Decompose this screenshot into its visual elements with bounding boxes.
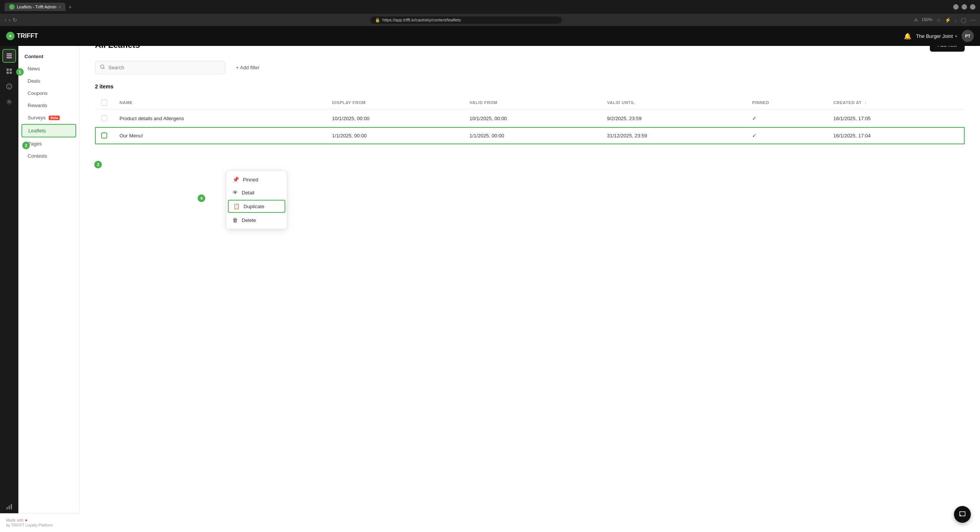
translate-icon[interactable]: A [915, 17, 918, 23]
col-valid-until: VALID UNTIL [601, 96, 746, 110]
svg-rect-7 [10, 72, 12, 74]
heart-icon: ♥ [25, 518, 28, 522]
user-name: The Burger Joint [916, 33, 953, 39]
svg-rect-1 [7, 54, 12, 54]
browser-chrome: Leaflets - Trifft Admin × + [0, 0, 980, 14]
sidebar-item-pages[interactable]: Pages [21, 138, 76, 150]
logo-text: TRIFFT [17, 33, 38, 39]
close-btn[interactable] [970, 4, 975, 10]
svg-rect-4 [7, 69, 9, 71]
row-display-from-0: 10/1/2025, 00:00 [326, 110, 463, 127]
sidebar-item-leaflets[interactable]: Leaflets [21, 124, 76, 137]
row-valid-from-0: 10/1/2025, 00:00 [463, 110, 601, 127]
sidebar-nav: Content NewsDealsCouponsRewardsSurveysBe… [18, 46, 80, 532]
menu-delete-icon: 🗑 [232, 217, 238, 223]
app-topbar: TRIFFT 🔔 The Burger Joint ▾ PT [0, 26, 980, 46]
menu-pinned-label: Pinned [243, 177, 258, 183]
downloads-icon[interactable]: ↓ [955, 17, 957, 23]
back-btn[interactable]: ‹ [5, 17, 7, 23]
header-checkbox-cell [95, 96, 113, 110]
svg-point-11 [8, 101, 10, 103]
sidebar-item-coupons[interactable]: Coupons [21, 87, 76, 99]
chat-button[interactable] [954, 506, 971, 523]
search-filter-row: + Add filter [95, 61, 965, 74]
context-menu-item-delete[interactable]: 🗑Delete [226, 214, 287, 227]
notification-bell[interactable]: 🔔 [904, 33, 911, 40]
select-all-checkbox[interactable] [101, 100, 107, 106]
svg-rect-6 [7, 72, 9, 74]
content-icon[interactable] [2, 49, 16, 63]
svg-point-15 [101, 65, 104, 69]
bookmark-icon[interactable]: ☆ [936, 17, 941, 23]
settings-gear-icon[interactable] [2, 95, 16, 109]
sidebar-item-surveys[interactable]: SurveysBeta [21, 112, 76, 124]
sidebar-item-contests[interactable]: Contests [21, 150, 76, 162]
row-created-at-1: 16/1/2025, 17:04 [827, 127, 965, 144]
maximize-btn[interactable] [962, 4, 967, 10]
annotation-3: 3 [94, 161, 102, 168]
chart-icon[interactable] [2, 500, 16, 514]
sidebar-footer: Made with ♥ by TRIFFT Loyalty Platform [18, 513, 80, 532]
context-menu-item-duplicate[interactable]: 📋Duplicate [228, 200, 285, 213]
header-row: NAME DISPLAY FROM VALID FROM VALID UNTIL… [95, 96, 965, 110]
col-display-from: DISPLAY FROM [326, 96, 463, 110]
user-avatar[interactable]: PT [962, 30, 974, 42]
row-created-at-0: 16/1/2025, 17:05 [827, 110, 965, 127]
active-tab[interactable]: Leaflets - Trifft Admin × [5, 3, 65, 11]
url-bar[interactable]: 🔒 https://app.trifft.io/caotokiy/content… [370, 16, 562, 24]
sidebar-item-rewards[interactable]: Rewards [21, 100, 76, 111]
row-valid-until-0: 9/2/2025, 23:59 [601, 110, 746, 127]
tab-title: Leaflets - Trifft Admin [17, 5, 56, 9]
table-row[interactable]: Our Menu! 1/1/2025, 00:00 1/1/2025, 00:0… [95, 127, 965, 144]
profile-icon[interactable]: ◯ [961, 17, 967, 23]
tab-close-btn[interactable]: × [59, 5, 61, 9]
annotation-1: 1 [16, 68, 24, 76]
browser-tabs: Leaflets - Trifft Admin × + [5, 3, 950, 11]
refresh-btn[interactable]: ↻ [13, 17, 17, 23]
app-logo: TRIFFT [6, 32, 38, 40]
svg-rect-5 [10, 69, 12, 71]
user-dropdown[interactable]: The Burger Joint ▾ [916, 33, 957, 39]
add-filter-button[interactable]: + Add filter [231, 62, 264, 73]
svg-point-9 [8, 85, 9, 86]
forward-btn[interactable]: › [9, 17, 11, 23]
row-checkbox-0[interactable] [101, 115, 107, 121]
svg-rect-14 [11, 504, 12, 509]
row-valid-from-1: 1/1/2025, 00:00 [463, 127, 601, 144]
lock-icon: 🔒 [375, 18, 380, 23]
search-input[interactable] [108, 65, 220, 70]
col-valid-from: VALID FROM [463, 96, 601, 110]
context-menu-item-pinned[interactable]: 📌Pinned [226, 173, 287, 186]
menu-delete-label: Delete [242, 217, 256, 223]
svg-point-8 [7, 84, 12, 89]
minimize-btn[interactable] [953, 4, 959, 10]
svg-rect-13 [9, 506, 10, 509]
main-content: All Leaflets Add new + Add filter 2 item… [80, 26, 980, 532]
row-pinned-1: ✓ [746, 127, 827, 144]
leaflets-table: NAME DISPLAY FROM VALID FROM VALID UNTIL… [95, 96, 965, 144]
row-checkbox-1[interactable] [101, 132, 107, 139]
emoji-icon[interactable] [2, 80, 16, 93]
sidebar-section-header: Content [18, 51, 79, 62]
grid-icon[interactable] [2, 64, 16, 78]
menu-detail-icon: 👁 [232, 189, 238, 196]
nav-buttons: ‹ › ↻ [5, 17, 17, 23]
menu-detail-label: Detail [242, 190, 254, 196]
beta-badge: Beta [49, 116, 60, 120]
chevron-down-icon: ▾ [955, 34, 957, 38]
settings-icon[interactable]: ⋯ [970, 17, 975, 23]
col-name: NAME [113, 96, 326, 110]
context-menu-item-detail[interactable]: 👁Detail [226, 186, 287, 199]
menu-duplicate-label: Duplicate [244, 204, 264, 209]
sidebar-item-deals[interactable]: Deals [21, 75, 76, 87]
pinned-checkmark: ✓ [752, 132, 757, 139]
section-label: Content [25, 54, 43, 59]
row-name-1: Our Menu! [113, 127, 326, 144]
row-display-from-1: 1/1/2025, 00:00 [326, 127, 463, 144]
menu-duplicate-icon: 📋 [233, 203, 240, 209]
table-row[interactable]: Product details and Allergens 10/1/2025,… [95, 110, 965, 127]
extensions-icon[interactable]: ⚡ [945, 17, 951, 23]
new-tab-btn[interactable]: + [69, 4, 72, 10]
topbar-right: 🔔 The Burger Joint ▾ PT [904, 30, 974, 42]
sidebar-item-news[interactable]: News [21, 63, 76, 75]
